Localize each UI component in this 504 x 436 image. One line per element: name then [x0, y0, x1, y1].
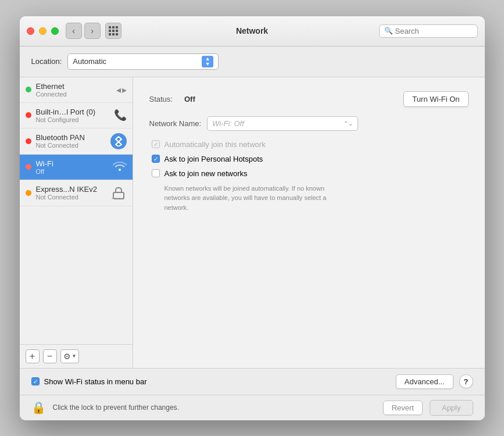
location-select[interactable]: Automatic ▲ ▼: [67, 53, 219, 70]
nav-buttons: ‹ ›: [66, 23, 101, 39]
main-panel: Status: Off Turn Wi-Fi On Network Name: …: [133, 77, 485, 368]
sidebar-item-name-ethernet: Ethernet: [36, 82, 114, 91]
auto-join-checkbox[interactable]: ✓: [152, 140, 160, 148]
sidebar: Ethernet Connected ◂ ▸ Built-in…l Port (…: [20, 77, 133, 368]
status-dot-express: [26, 190, 31, 196]
network-window: ‹ › Network 🔍 Location: Automatic ▲ ▼: [20, 16, 485, 420]
phone-icon: 📞: [114, 109, 127, 121]
forward-button[interactable]: ›: [84, 23, 101, 39]
sidebar-item-name-wifi: Wi-Fi: [36, 159, 110, 168]
personal-hotspot-row: ✓ Ask to join Personal Hotspots: [152, 155, 469, 163]
sidebar-item-name-express: Express...N IKEv2: [36, 185, 110, 194]
add-button[interactable]: +: [26, 349, 40, 363]
window-title: Network: [236, 26, 268, 35]
sidebar-item-info-builtin: Built-in…l Port (0) Not Configured: [36, 108, 112, 123]
network-name-label: Network Name:: [149, 119, 202, 128]
show-wifi-row: ✓ Show Wi-Fi status in menu bar: [31, 377, 147, 386]
minimize-button[interactable]: [39, 27, 47, 35]
auto-join-row: ✓ Automatically join this network: [152, 140, 469, 149]
location-bar: Location: Automatic ▲ ▼: [20, 47, 485, 77]
status-dot-bluetooth: [26, 138, 31, 144]
sidebar-item-status-bluetooth: Not Connected: [36, 142, 110, 149]
gear-button[interactable]: ⚙ ▼: [60, 349, 80, 363]
content-area: Ethernet Connected ◂ ▸ Built-in…l Port (…: [20, 77, 485, 368]
new-networks-checkbox[interactable]: [152, 169, 160, 177]
ethernet-icon: ◂ ▸: [116, 84, 127, 95]
status-value: Off: [184, 95, 195, 103]
sidebar-item-status-wifi: Off: [36, 168, 110, 175]
sidebar-footer: + − ⚙ ▼: [20, 344, 133, 368]
bluetooth-icon: [110, 133, 127, 149]
bottom-actions: Advanced... ?: [396, 374, 473, 389]
new-networks-row: Ask to join new networks: [152, 169, 469, 178]
maximize-button[interactable]: [51, 27, 59, 35]
add-icon: +: [30, 351, 35, 362]
location-label: Location:: [31, 57, 62, 66]
back-button[interactable]: ‹: [66, 23, 82, 39]
back-icon: ‹: [72, 26, 75, 35]
help-button[interactable]: ?: [459, 374, 473, 388]
advanced-button[interactable]: Advanced...: [396, 374, 453, 389]
gear-icon: ⚙: [63, 352, 71, 361]
sidebar-item-name-bluetooth: Bluetooth PAN: [36, 133, 110, 142]
sidebar-item-info-bluetooth: Bluetooth PAN Not Connected: [36, 133, 110, 149]
remove-button[interactable]: −: [43, 349, 57, 363]
sidebar-item-ethernet[interactable]: Ethernet Connected ◂ ▸: [20, 77, 133, 103]
show-wifi-label: Show Wi-Fi status in menu bar: [44, 377, 147, 386]
status-dot-ethernet: [26, 87, 31, 92]
remove-icon: −: [47, 351, 52, 362]
svg-rect-0: [113, 192, 124, 199]
personal-hotspot-checkbox[interactable]: ✓: [152, 155, 160, 163]
sidebar-item-info-express: Express...N IKEv2 Not Connected: [36, 185, 110, 201]
sidebar-item-bluetooth[interactable]: Bluetooth PAN Not Connected: [20, 128, 133, 155]
show-wifi-checkbox[interactable]: ✓: [31, 377, 40, 385]
bottom-bar: ✓ Show Wi-Fi status in menu bar Advanced…: [20, 368, 485, 395]
bottom-footer: 🔒 Click the lock to prevent further chan…: [20, 395, 485, 420]
search-input[interactable]: [395, 27, 473, 35]
lock-text: Click the lock to prevent further change…: [53, 403, 376, 412]
status-dot-builtin: [26, 112, 31, 118]
checkboxes-area: ✓ Automatically join this network ✓ Ask …: [149, 140, 469, 213]
personal-hotspot-label: Ask to join Personal Hotspots: [165, 155, 263, 163]
select-arrows-icon: ⌃⌄: [344, 120, 353, 127]
search-box[interactable]: 🔍: [379, 24, 478, 38]
location-arrows-icon: ▲ ▼: [202, 56, 213, 67]
sidebar-item-name-builtin: Built-in…l Port (0): [36, 108, 112, 116]
sidebar-item-status-builtin: Not Configured: [36, 116, 112, 123]
sidebar-item-info-ethernet: Ethernet Connected: [36, 82, 114, 98]
sidebar-item-builtin[interactable]: Built-in…l Port (0) Not Configured 📞: [20, 103, 133, 128]
location-value: Automatic: [73, 57, 202, 66]
sidebar-list: Ethernet Connected ◂ ▸ Built-in…l Port (…: [20, 77, 133, 344]
network-name-row: Network Name: Wi-Fi: Off ⌃⌄: [149, 116, 469, 131]
grid-icon: [109, 26, 118, 35]
titlebar: ‹ › Network 🔍: [20, 16, 485, 47]
status-row: Status: Off Turn Wi-Fi On: [149, 91, 469, 107]
sidebar-item-status-ethernet: Connected: [36, 91, 114, 98]
sidebar-item-express[interactable]: Express...N IKEv2 Not Connected: [20, 180, 133, 206]
status-label: Status:: [149, 95, 173, 103]
close-button[interactable]: [27, 27, 34, 35]
sidebar-item-wifi[interactable]: Wi-Fi Off: [20, 155, 133, 180]
wifi-icon: [113, 160, 127, 174]
grid-button[interactable]: [105, 23, 121, 39]
sidebar-item-status-express: Not Connected: [36, 194, 110, 201]
lock-icon[interactable]: 🔒: [31, 401, 46, 414]
window-controls: [27, 27, 59, 35]
turn-wifi-button[interactable]: Turn Wi-Fi On: [403, 91, 468, 107]
network-name-placeholder: Wi-Fi: Off: [212, 119, 344, 128]
revert-button[interactable]: Revert: [383, 401, 423, 415]
auto-join-label: Automatically join this network: [165, 140, 266, 149]
hint-text: Known networks will be joined automatica…: [152, 184, 338, 213]
vpn-icon: [110, 185, 127, 201]
new-networks-label: Ask to join new networks: [165, 169, 248, 178]
network-name-select[interactable]: Wi-Fi: Off ⌃⌄: [207, 116, 358, 131]
sidebar-item-info-wifi: Wi-Fi Off: [36, 159, 110, 175]
status-dot-wifi: [26, 164, 31, 170]
gear-chevron-icon: ▼: [72, 353, 77, 359]
forward-icon: ›: [91, 26, 94, 35]
apply-button[interactable]: Apply: [430, 400, 473, 416]
search-icon: 🔍: [384, 27, 393, 35]
